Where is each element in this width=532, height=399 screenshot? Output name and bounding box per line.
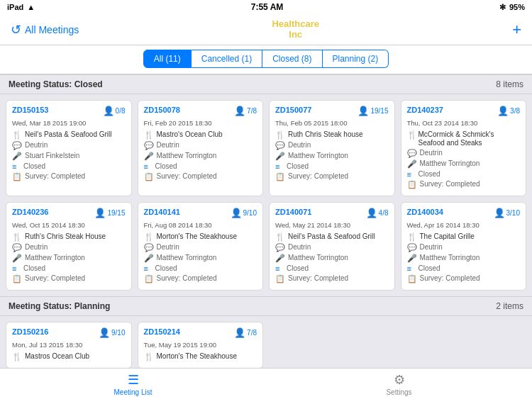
card-status-row: ≡ Closed bbox=[275, 264, 389, 273]
survey-icon: 📋 bbox=[407, 180, 417, 189]
card-notes-row: 💬 Deutrin bbox=[407, 149, 521, 158]
card-header: ZD140071 👤 4/8 bbox=[275, 208, 389, 218]
card-speaker-row: 🎤 Stuart Finkelstein bbox=[12, 152, 126, 161]
list-icon: ≡ bbox=[275, 162, 284, 171]
main-scroll[interactable]: Meeting Status: Closed8 items ZD150153 👤… bbox=[0, 74, 532, 369]
card-speaker: Matthew Torrington bbox=[288, 152, 348, 160]
card-restaurant-row: 🍴 Morton's The Steakhouse bbox=[144, 352, 257, 361]
mic-icon: 🎤 bbox=[275, 254, 285, 263]
tab-0[interactable]: ☰ Meeting List bbox=[0, 372, 266, 396]
list-icon: ≡ bbox=[144, 264, 153, 273]
nav-bar: ↺ All Meetings Healthcare Inc + bbox=[0, 14, 532, 45]
card-id: ZD140236 bbox=[12, 208, 48, 216]
section-title-0: Meeting Status: Closed bbox=[9, 79, 103, 89]
card-count: 3/10 bbox=[506, 209, 520, 217]
card-date: Wed, Oct 15 2014 18:30 bbox=[12, 221, 126, 229]
notes-icon: 💬 bbox=[144, 243, 154, 252]
card-speaker-row: 🎤 Matthew Torrington bbox=[407, 254, 521, 263]
card-restaurant-row: 🍴 Neil's Pasta & Seafood Grill bbox=[12, 130, 126, 140]
card-ZD140141[interactable]: ZD140141 👤 9/10 Fri, Aug 08 2014 18:30 🍴… bbox=[138, 202, 264, 291]
card-header: ZD150153 👤 0/8 bbox=[12, 106, 126, 116]
card-restaurant: McCormick & Schmick's Seafood and Steaks bbox=[419, 130, 521, 147]
card-ZD140237[interactable]: ZD140237 👤 3/8 Thu, Oct 23 2014 18:30 🍴 … bbox=[401, 100, 527, 196]
section-header-1: Meeting Status: Planning2 items bbox=[0, 296, 532, 316]
card-speaker: Matthew Torrington bbox=[157, 152, 217, 160]
card-restaurant-row: 🍴 The Capital Grille bbox=[407, 232, 521, 242]
card-status: Closed bbox=[419, 170, 440, 179]
card-status-row: ≡ Closed bbox=[12, 162, 126, 171]
notes-icon: 💬 bbox=[407, 243, 417, 252]
card-status: Closed bbox=[23, 162, 45, 171]
card-notes: Deutrin bbox=[157, 141, 179, 150]
card-count: 3/8 bbox=[510, 107, 520, 115]
card-ZD150078[interactable]: ZD150078 👤 7/8 Fri, Feb 20 2015 18:30 🍴 … bbox=[138, 100, 264, 196]
card-ZD140071[interactable]: ZD140071 👤 4/8 Wed, May 21 2014 18:30 🍴 … bbox=[269, 202, 395, 291]
person-icon: 👤 bbox=[497, 106, 509, 116]
card-notes-row: 💬 Deutrin bbox=[12, 141, 126, 150]
filter-tab-3[interactable]: Planning (2) bbox=[323, 50, 389, 68]
card-count: 19/15 bbox=[107, 209, 125, 217]
tab-icon-1: ⚙ bbox=[394, 372, 405, 388]
card-notes: Deutrin bbox=[420, 149, 443, 157]
tab-icon-0: ☰ bbox=[128, 372, 139, 388]
notes-icon: 💬 bbox=[407, 149, 417, 158]
card-ZD150153[interactable]: ZD150153 👤 0/8 Wed, Mar 18 2015 19:00 🍴 … bbox=[6, 100, 132, 196]
mic-icon: 🎤 bbox=[12, 254, 22, 263]
card-restaurant-row: 🍴 McCormick & Schmick's Seafood and Stea… bbox=[407, 130, 521, 147]
card-date: Thu, Feb 05 2015 18:00 bbox=[275, 119, 389, 127]
card-survey: Survey: Completed bbox=[157, 172, 217, 181]
card-notes: Deutrin bbox=[157, 243, 179, 252]
tab-label-0: Meeting List bbox=[114, 388, 153, 396]
notes-icon: 💬 bbox=[275, 141, 285, 150]
card-notes-row: 💬 Deutrin bbox=[275, 141, 389, 150]
section-count-1: 2 items bbox=[496, 301, 523, 311]
card-count-area: 👤 7/8 bbox=[234, 106, 257, 116]
list-icon: ≡ bbox=[12, 264, 21, 273]
card-ZD140236[interactable]: ZD140236 👤 19/15 Wed, Oct 15 2014 18:30 … bbox=[6, 202, 132, 291]
all-meetings-label[interactable]: All Meetings bbox=[25, 24, 79, 35]
card-speaker: Matthew Torrington bbox=[25, 254, 85, 262]
card-ZD150077[interactable]: ZD150077 👤 19/15 Thu, Feb 05 2015 18:00 … bbox=[269, 100, 395, 196]
list-icon: ≡ bbox=[275, 264, 284, 273]
card-status-row: ≡ Closed bbox=[144, 264, 257, 273]
tab-bar: ☰ Meeting List ⚙ Settings bbox=[0, 368, 532, 399]
notes-icon: 💬 bbox=[275, 243, 285, 252]
fork-icon: 🍴 bbox=[275, 232, 285, 242]
fork-icon: 🍴 bbox=[144, 232, 154, 242]
status-left: iPad ▲ bbox=[7, 3, 35, 11]
filter-tab-1[interactable]: Cancelled (1) bbox=[192, 50, 262, 68]
card-id: ZD140034 bbox=[407, 208, 443, 216]
card-id: ZD140237 bbox=[407, 106, 443, 114]
card-status: Closed bbox=[287, 264, 309, 273]
status-time: 7:55 AM bbox=[251, 2, 284, 12]
card-date: Fri, Aug 08 2014 18:30 bbox=[144, 221, 257, 229]
card-restaurant-row: 🍴 Mastros Ocean Club bbox=[12, 352, 126, 361]
section-title-1: Meeting Status: Planning bbox=[9, 301, 110, 311]
add-button[interactable]: + bbox=[512, 21, 521, 39]
battery-label: 95% bbox=[509, 3, 525, 11]
card-ZD140034[interactable]: ZD140034 👤 3/10 Wed, Apr 16 2014 18:30 🍴… bbox=[401, 202, 527, 291]
card-header: ZD150077 👤 19/15 bbox=[275, 106, 389, 116]
cards-grid-0: ZD150153 👤 0/8 Wed, Mar 18 2015 19:00 🍴 … bbox=[0, 94, 532, 296]
section-count-0: 8 items bbox=[496, 79, 523, 89]
nav-refresh-back[interactable]: ↺ All Meetings bbox=[11, 22, 79, 38]
filter-tab-2[interactable]: Closed (8) bbox=[262, 50, 322, 68]
card-count: 19/15 bbox=[370, 107, 388, 115]
refresh-icon[interactable]: ↺ bbox=[11, 22, 21, 38]
tab-1[interactable]: ⚙ Settings bbox=[266, 372, 532, 396]
fork-icon: 🍴 bbox=[12, 232, 22, 242]
card-ZD150216[interactable]: ZD150216 👤 9/10 Mon, Jul 13 2015 18:30 🍴… bbox=[6, 322, 132, 369]
card-survey-row: 📋 Survey: Completed bbox=[407, 274, 521, 283]
card-notes-row: 💬 Deutrin bbox=[407, 243, 521, 252]
card-speaker: Matthew Torrington bbox=[420, 254, 480, 262]
filter-bar: All (11)Cancelled (1)Closed (8)Planning … bbox=[0, 45, 532, 74]
card-restaurant: Morton's The Steakhouse bbox=[157, 232, 237, 241]
card-ZD150214[interactable]: ZD150214 👤 7/8 Tue, May 19 2015 19:00 🍴 … bbox=[138, 322, 264, 369]
card-header: ZD140237 👤 3/8 bbox=[407, 106, 521, 116]
card-restaurant-row: 🍴 Ruth Chris Steak house bbox=[275, 130, 389, 140]
card-status-row: ≡ Closed bbox=[407, 170, 521, 179]
card-date: Wed, Apr 16 2014 18:30 bbox=[407, 221, 521, 229]
filter-tab-0[interactable]: All (11) bbox=[143, 50, 192, 68]
person-icon: 👤 bbox=[94, 208, 106, 218]
list-icon: ≡ bbox=[144, 162, 153, 171]
